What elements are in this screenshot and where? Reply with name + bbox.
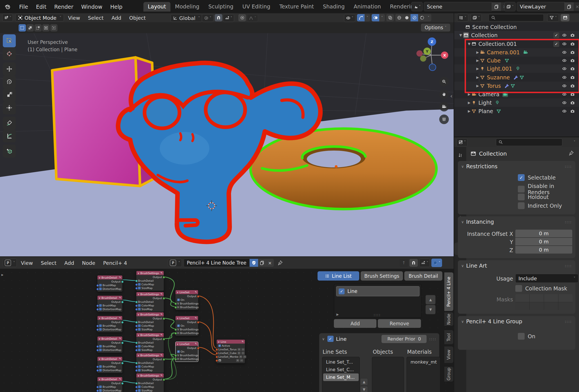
node-checkbox-row[interactable]: ✓Active	[217, 344, 245, 348]
node-input-row[interactable]: SizeMap	[136, 389, 164, 392]
viewport-menu-object[interactable]: Object	[125, 13, 150, 22]
tab-line-list[interactable]: Line List	[318, 271, 359, 281]
outliner-row-light-001[interactable]: ▶ Light.001	[454, 64, 579, 73]
menu-file[interactable]: File	[15, 0, 32, 13]
hide-in-viewport-icon[interactable]	[562, 58, 567, 63]
output-socket[interactable]	[197, 347, 199, 350]
node-header[interactable]: ∨LineSet✎	[176, 342, 198, 346]
node-input-row[interactable]: V BrushSettings	[176, 302, 198, 305]
input-socket[interactable]	[135, 369, 138, 372]
output-socket[interactable]	[163, 317, 165, 320]
outliner-row-cube[interactable]: ▶ Cube	[454, 56, 579, 65]
input-socket[interactable]	[174, 354, 177, 357]
sidebar-tab-view[interactable]: View	[444, 346, 454, 363]
scene-name-field[interactable]: Scene	[424, 2, 492, 11]
node-header[interactable]: ∨Line✎	[217, 340, 245, 344]
options-button[interactable]: Options˅	[421, 24, 450, 32]
tool-select-box[interactable]	[3, 34, 16, 47]
mode-dropdown[interactable]: Object Mode˅	[15, 14, 64, 22]
hide-in-viewport-icon[interactable]	[562, 75, 567, 80]
outliner-row-scene-collection[interactable]: Scene Collection	[454, 23, 579, 31]
node-input-row[interactable]: ColorMap	[136, 344, 164, 348]
node-input-row[interactable]: DistortionMap	[97, 368, 122, 372]
select-mode-intersect-button[interactable]	[50, 24, 57, 32]
viewport-menu-view[interactable]: View	[64, 13, 84, 22]
disable-in-renders-icon[interactable]	[570, 100, 575, 105]
input-socket[interactable]	[216, 352, 218, 355]
viewport-menu-select[interactable]: Select	[84, 13, 108, 22]
node-input-row[interactable]: +−	[217, 359, 245, 362]
shading-rendered-button[interactable]	[418, 14, 426, 21]
node-output-row[interactable]: Output	[136, 317, 164, 320]
node-brush-detail[interactable]: ∨BrushDetail✎OutputBrushMapDistortionMap	[97, 336, 123, 353]
properties-search-input[interactable]	[496, 138, 562, 146]
proportional-falloff-dropdown[interactable]: ˅	[247, 14, 258, 22]
input-socket[interactable]	[174, 306, 177, 309]
pencil4-on-checkbox[interactable]	[518, 333, 525, 340]
menu-render[interactable]: Render	[50, 0, 77, 13]
blender-logo-icon[interactable]	[0, 4, 15, 10]
material-item[interactable]: monkey_mt	[408, 358, 439, 366]
collection-mask-checkbox[interactable]	[515, 285, 522, 292]
node-input-row[interactable]: ColorMap	[136, 283, 164, 286]
outliner-row-suzanne[interactable]: ▶ Suzanne	[454, 73, 579, 82]
node-input-row[interactable]: H BrushSettings	[176, 357, 198, 361]
transform-orientation-dropdown[interactable]: Global˅	[170, 14, 202, 22]
input-socket[interactable]	[96, 366, 99, 368]
viewlayer-unlink-button[interactable]: ×	[574, 2, 579, 11]
hide-in-viewport-icon[interactable]	[562, 33, 567, 37]
instance-offset-x-field[interactable]: 0 m	[515, 230, 572, 237]
node-output-row[interactable]: Output	[97, 341, 122, 344]
disable-in-renders-icon[interactable]	[570, 92, 575, 97]
node-output-row[interactable]: Output	[97, 361, 122, 365]
expand-arrow-icon[interactable]: ▶	[467, 109, 472, 113]
output-socket[interactable]	[121, 362, 124, 364]
node-line-set[interactable]: ∨LineSet✎Output✓OnV BrushSettingsH Brush…	[175, 342, 198, 362]
node-input-row[interactable]: H BrushSettings	[176, 331, 198, 335]
snap-settings-dropdown[interactable]: ˅	[223, 14, 234, 22]
properties-editor-type-button[interactable]: ˅	[456, 138, 468, 146]
node-checkbox-row[interactable]: ✓On	[176, 298, 198, 302]
expand-arrow-icon[interactable]: ▶	[475, 84, 480, 88]
node-input-row[interactable]: BrushDetail	[136, 361, 164, 365]
expand-arrow-icon[interactable]: ▶	[467, 101, 472, 105]
shading-material-preview-button[interactable]	[411, 14, 418, 21]
list-expand-arrow[interactable]: ▶	[336, 313, 339, 316]
input-socket[interactable]	[174, 303, 177, 305]
node-brush-settings[interactable]: ∨BrushSettings✎OutputBrushDetailColorMap…	[136, 333, 164, 353]
node-input-row[interactable]: SizeMap	[136, 328, 164, 331]
toggle-xray[interactable]	[386, 14, 394, 21]
node-input-row[interactable]: DistortionMap	[97, 287, 122, 291]
node-brush-settings[interactable]: ∨BrushSettings✎OutputBrushDetailColorMap…	[136, 292, 164, 312]
show-gizmo-toggle[interactable]	[357, 14, 365, 21]
tab-brush-settings[interactable]: Brush Settings	[361, 271, 403, 281]
node-output-row[interactable]: Output	[136, 296, 164, 300]
viewport-menu-add[interactable]: Add	[108, 13, 125, 22]
node-brush-settings[interactable]: ∨BrushSettings✎OutputBrushDetailColorMap…	[136, 312, 164, 332]
selectable-checkbox[interactable]: ✓	[518, 174, 525, 181]
input-socket[interactable]	[135, 308, 138, 311]
input-socket[interactable]	[135, 386, 138, 388]
tool-move[interactable]	[3, 62, 16, 75]
expand-arrow-icon[interactable]: ▶	[467, 92, 472, 96]
axis-minus-z[interactable]	[429, 64, 436, 71]
node-checkbox-row[interactable]: ✓On	[176, 350, 198, 353]
node-input-row[interactable]: DistortionMap	[97, 307, 122, 311]
node-brush-settings[interactable]: ∨BrushSettings✎OutputBrushDetailColorMap…	[136, 353, 164, 373]
select-mode-invert-button[interactable]	[42, 24, 50, 32]
node-input-row[interactable]: BrushDetail	[136, 300, 164, 304]
output-socket[interactable]	[121, 342, 124, 344]
node-input-row[interactable]: ColorMap	[136, 365, 164, 368]
lineset-move-up-button[interactable]: ▲	[360, 378, 368, 386]
node-header[interactable]: ∨BrushSettings✎	[136, 353, 164, 357]
outliner-row-camera[interactable]: ▶ Camera	[454, 90, 579, 98]
input-socket[interactable]	[135, 287, 138, 290]
input-socket[interactable]	[96, 345, 99, 348]
output-socket[interactable]	[163, 378, 165, 381]
snap-toggle[interactable]	[215, 14, 222, 21]
outliner-search-input[interactable]	[489, 14, 544, 21]
output-socket[interactable]	[121, 382, 124, 385]
mask-toggle[interactable]	[544, 302, 558, 310]
node-output-row[interactable]: Output	[136, 378, 164, 381]
usage-dropdown[interactable]: Include˅	[515, 274, 578, 283]
